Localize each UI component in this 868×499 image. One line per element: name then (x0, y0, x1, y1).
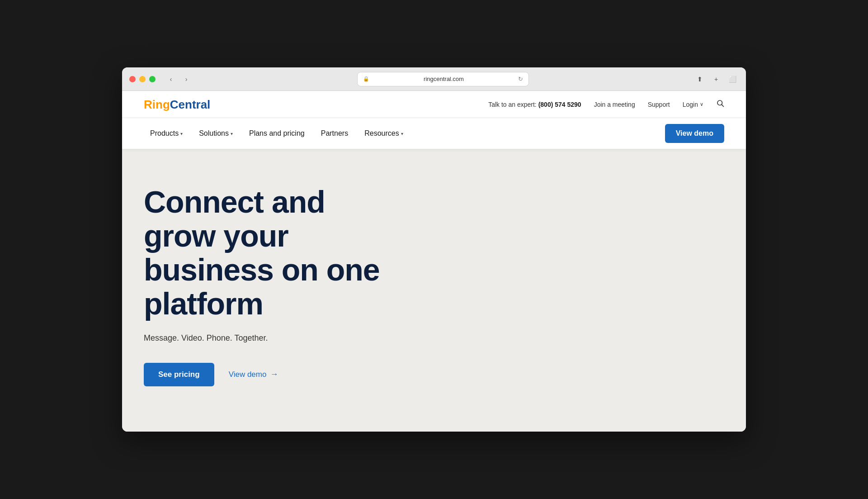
nav-partners[interactable]: Partners (315, 126, 354, 141)
support-link[interactable]: Support (648, 101, 670, 108)
url-text: ringcentral.com (373, 76, 514, 82)
nav-products-label: Products (150, 129, 179, 138)
logo-text: RingCentral (144, 99, 210, 110)
new-tab-button[interactable]: + (710, 73, 722, 86)
title-bar-right: ⬆ + ⬜ (693, 73, 739, 86)
navigation-controls: ‹ › (165, 74, 193, 84)
nav-plans-label: Plans and pricing (249, 129, 305, 138)
talk-prefix: Talk to an expert: (488, 101, 538, 108)
nav-resources-label: Resources (364, 129, 399, 138)
title-bar: ‹ › 🔒 ringcentral.com ↻ ⬆ + ⬜ (122, 67, 746, 91)
resources-chevron-icon: ▾ (401, 131, 403, 136)
see-pricing-button[interactable]: See pricing (144, 363, 214, 386)
logo[interactable]: RingCentral (144, 99, 210, 110)
solutions-chevron-icon: ▾ (231, 131, 233, 136)
tab-overview-button[interactable]: ⬜ (726, 73, 739, 86)
top-navigation: RingCentral Talk to an expert: (800) 574… (122, 91, 746, 118)
view-demo-button[interactable]: View demo (665, 124, 724, 143)
hero-content: Connect and grow your business on one pl… (144, 185, 397, 386)
logo-central: Central (170, 98, 211, 111)
arrow-icon: → (270, 370, 278, 379)
search-button[interactable] (716, 99, 724, 109)
page-content: RingCentral Talk to an expert: (800) 574… (122, 91, 746, 431)
hero-title: Connect and grow your business on one pl… (144, 185, 397, 320)
main-navigation: Products ▾ Solutions ▾ Plans and pricing… (122, 118, 746, 149)
address-bar[interactable]: 🔒 ringcentral.com ↻ (357, 72, 529, 86)
login-label: Login (683, 101, 698, 108)
login-button[interactable]: Login ∨ (683, 101, 703, 108)
reload-icon[interactable]: ↻ (518, 76, 523, 82)
browser-window: ‹ › 🔒 ringcentral.com ↻ ⬆ + ⬜ RingCentra (122, 67, 746, 431)
maximize-button[interactable] (149, 76, 156, 82)
close-button[interactable] (129, 76, 136, 82)
minimize-button[interactable] (139, 76, 146, 82)
address-bar-container: 🔒 ringcentral.com ↻ (198, 72, 688, 86)
nav-plans-pricing[interactable]: Plans and pricing (243, 126, 311, 141)
forward-button[interactable]: › (180, 74, 193, 84)
phone-number[interactable]: (800) 574 5290 (538, 101, 581, 108)
nav-links: Products ▾ Solutions ▾ Plans and pricing… (144, 126, 410, 141)
svg-line-1 (722, 105, 723, 107)
login-chevron: ∨ (700, 101, 703, 107)
nav-solutions[interactable]: Solutions ▾ (193, 126, 239, 141)
talk-to-expert: Talk to an expert: (800) 574 5290 (488, 101, 581, 108)
nav-solutions-label: Solutions (199, 129, 229, 138)
top-nav-right: Talk to an expert: (800) 574 5290 Join a… (488, 99, 724, 109)
security-icon: 🔒 (363, 76, 369, 82)
hero-subtitle: Message. Video. Phone. Together. (144, 333, 397, 343)
share-button[interactable]: ⬆ (693, 73, 706, 86)
hero-section: Connect and grow your business on one pl… (122, 149, 746, 431)
traffic-lights (129, 76, 156, 82)
logo-ring: Ring (144, 98, 170, 111)
nav-partners-label: Partners (321, 129, 348, 138)
view-demo-link[interactable]: View demo → (229, 370, 278, 379)
join-meeting-link[interactable]: Join a meeting (594, 101, 635, 108)
back-button[interactable]: ‹ (165, 74, 177, 84)
hero-actions: See pricing View demo → (144, 363, 397, 386)
view-demo-link-label: View demo (229, 370, 267, 379)
nav-resources[interactable]: Resources ▾ (358, 126, 409, 141)
nav-products[interactable]: Products ▾ (144, 126, 189, 141)
products-chevron-icon: ▾ (180, 131, 183, 136)
